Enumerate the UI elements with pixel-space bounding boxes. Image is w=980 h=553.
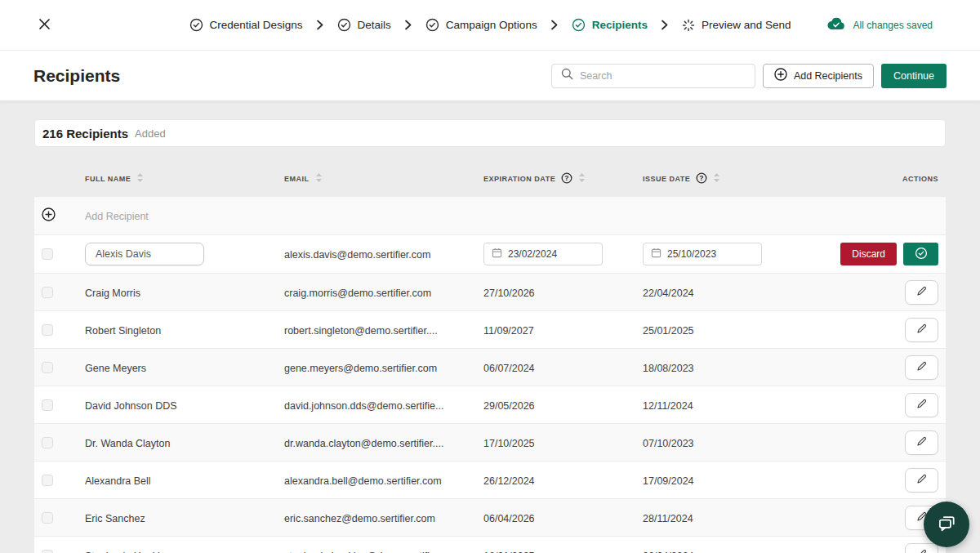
pencil-icon bbox=[915, 473, 928, 488]
expiration-date: 17/10/2025 bbox=[483, 438, 535, 449]
step-label: Credential Designs bbox=[210, 19, 303, 31]
issue-date: 12/11/2024 bbox=[643, 400, 693, 412]
close-icon bbox=[38, 18, 51, 33]
add-recipients-label: Add Recipients bbox=[794, 70, 862, 82]
check-circle-icon bbox=[572, 18, 586, 32]
recipients-count: 216 Recipients bbox=[42, 127, 128, 140]
edit-row-button[interactable] bbox=[905, 393, 938, 417]
search-box[interactable] bbox=[551, 64, 755, 88]
recipient-email: david.johnson.dds@demo.sertifie... bbox=[284, 400, 443, 412]
step-recipients[interactable]: Recipients bbox=[572, 18, 648, 32]
column-header-full-name[interactable]: FULL NAME bbox=[85, 175, 131, 183]
spinner-icon bbox=[682, 19, 695, 32]
check-circle-icon bbox=[337, 18, 351, 32]
expiration-date-input[interactable]: 23/02/2024 bbox=[483, 243, 603, 265]
help-icon[interactable]: ? bbox=[696, 172, 707, 185]
edit-row-button[interactable] bbox=[905, 468, 938, 493]
chevron-right-icon bbox=[551, 20, 558, 30]
column-header-actions: ACTIONS bbox=[902, 175, 938, 183]
recipient-name: Alexandra Bell bbox=[85, 475, 151, 487]
issue-date: 25/01/2025 bbox=[643, 325, 694, 337]
continue-button[interactable]: Continue bbox=[881, 64, 947, 88]
expiration-date: 26/12/2024 bbox=[483, 475, 535, 487]
row-checkbox[interactable] bbox=[42, 437, 53, 448]
chat-widget-button[interactable] bbox=[924, 502, 969, 547]
table-row[interactable]: Alexandra Bell alexandra.bell@demo.serti… bbox=[34, 462, 946, 499]
row-checkbox[interactable] bbox=[42, 550, 53, 553]
recipient-name: Stephanie Hopkins bbox=[85, 551, 171, 553]
pencil-icon bbox=[915, 360, 928, 375]
row-checkbox[interactable] bbox=[42, 362, 53, 373]
step-details[interactable]: Details bbox=[337, 18, 391, 32]
recipient-email: craig.morris@demo.sertifier.com bbox=[284, 288, 431, 299]
sort-icon[interactable] bbox=[136, 172, 144, 185]
step-credential-designs[interactable]: Credential Designs bbox=[189, 18, 303, 32]
expiration-date: 27/10/2026 bbox=[483, 288, 535, 299]
save-status: All changes saved bbox=[827, 17, 933, 33]
pencil-icon bbox=[915, 435, 928, 450]
column-header-email[interactable]: EMAIL bbox=[284, 175, 310, 183]
plus-circle-icon[interactable] bbox=[42, 207, 56, 225]
pencil-icon bbox=[915, 398, 928, 413]
table-row[interactable]: David Johnson DDS david.johnson.dds@demo… bbox=[34, 386, 946, 424]
recipient-email: alexandra.bell@demo.sertifier.com bbox=[284, 475, 442, 487]
recipient-name: Dr. Wanda Clayton bbox=[85, 438, 170, 449]
add-recipient-placeholder[interactable]: Add Recipient bbox=[85, 211, 149, 222]
chevron-right-icon bbox=[317, 20, 323, 30]
table-row[interactable]: Gene Meyers gene.meyers@demo.sertifier.c… bbox=[34, 349, 946, 386]
recipients-summary-bar: 216 Recipients Added bbox=[34, 119, 946, 147]
pencil-icon bbox=[915, 285, 928, 300]
recipient-edit-row: alexis.davis@demo.sertifier.com 23/02/20… bbox=[34, 235, 946, 274]
confirm-button[interactable] bbox=[903, 243, 938, 265]
edit-row-button[interactable] bbox=[905, 543, 938, 553]
close-button[interactable] bbox=[34, 0, 54, 51]
add-recipients-button[interactable]: Add Recipients bbox=[763, 64, 874, 88]
table-row[interactable]: Stephanie Hopkins stephanie.hopkins@demo… bbox=[34, 537, 946, 553]
step-label: Campaign Options bbox=[446, 19, 537, 31]
row-checkbox[interactable] bbox=[42, 512, 53, 524]
table-row[interactable]: Robert Singleton robert.singleton@demo.s… bbox=[34, 311, 946, 349]
issue-date: 07/10/2023 bbox=[643, 438, 694, 449]
edit-row-button[interactable] bbox=[905, 318, 938, 342]
recipient-name: Eric Sanchez bbox=[85, 513, 145, 524]
issue-date: 06/04/2024 bbox=[643, 551, 694, 553]
edit-row-button[interactable] bbox=[905, 280, 938, 305]
edit-row-button[interactable] bbox=[905, 355, 938, 380]
chevron-right-icon bbox=[662, 20, 668, 30]
add-recipient-row[interactable]: Add Recipient bbox=[34, 197, 946, 235]
discard-button[interactable]: Discard bbox=[840, 243, 897, 265]
check-circle-icon bbox=[189, 18, 203, 32]
expiration-date: 29/05/2026 bbox=[483, 400, 535, 412]
edit-row-button[interactable] bbox=[905, 430, 938, 455]
column-header-expiration-date[interactable]: EXPIRATION DATE bbox=[483, 175, 555, 183]
check-circle-icon bbox=[915, 247, 928, 262]
sort-icon[interactable] bbox=[315, 172, 323, 185]
column-header-issue-date[interactable]: ISSUE DATE bbox=[643, 175, 690, 183]
help-icon[interactable]: ? bbox=[561, 172, 572, 185]
row-checkbox[interactable] bbox=[42, 287, 53, 298]
table-row[interactable]: Craig Morris craig.morris@demo.sertifier… bbox=[34, 274, 946, 311]
issue-date-input[interactable]: 25/10/2023 bbox=[643, 243, 762, 265]
recipient-email: stephanie.hopkins@demo.sertifie... bbox=[284, 551, 443, 553]
search-input[interactable] bbox=[580, 70, 746, 82]
row-checkbox[interactable] bbox=[42, 399, 53, 411]
cloud-check-icon bbox=[827, 17, 845, 33]
step-preview-and-send[interactable]: Preview and Send bbox=[682, 19, 791, 32]
step-campaign-options[interactable]: Campaign Options bbox=[425, 18, 537, 32]
recipient-name: David Johnson DDS bbox=[85, 400, 177, 412]
table-row[interactable]: Eric Sanchez eric.sanchez@demo.sertifier… bbox=[34, 499, 946, 537]
recipients-count-suffix: Added bbox=[135, 127, 166, 140]
chevron-right-icon bbox=[405, 20, 412, 30]
edit-name-input[interactable] bbox=[85, 243, 204, 265]
table-row[interactable]: Dr. Wanda Clayton dr.wanda.clayton@demo.… bbox=[34, 424, 946, 462]
step-label: Recipients bbox=[592, 19, 648, 31]
row-checkbox[interactable] bbox=[42, 324, 53, 336]
check-circle-icon bbox=[425, 18, 439, 32]
row-checkbox[interactable] bbox=[42, 475, 53, 486]
save-status-text: All changes saved bbox=[853, 20, 933, 31]
sort-icon[interactable] bbox=[713, 172, 720, 185]
wizard-stepper: Credential Designs Details Campaign Opti… bbox=[189, 18, 791, 32]
expiration-date: 06/04/2026 bbox=[483, 513, 535, 524]
sort-icon[interactable] bbox=[578, 172, 586, 185]
row-checkbox[interactable] bbox=[42, 248, 53, 260]
